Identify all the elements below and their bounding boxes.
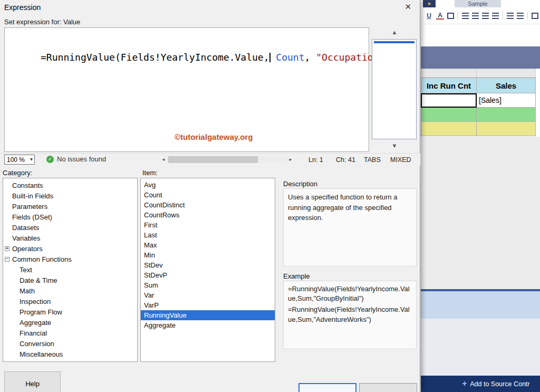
item-list-entry[interactable]: First [141, 220, 275, 230]
tab-sample[interactable]: Sample [455, 0, 501, 7]
item-list-entry[interactable]: Max [141, 240, 275, 250]
scroll-up-icon[interactable]: ▲ [371, 29, 418, 35]
mixed-indicator: MIXED [390, 156, 411, 164]
category-tree-item[interactable]: Parameters [3, 201, 137, 212]
scroll-down-icon[interactable]: ▼ [371, 142, 418, 149]
tree-expander-icon[interactable] [5, 257, 9, 262]
category-tree-item[interactable]: Constants [3, 180, 137, 190]
align-justify-icon[interactable] [492, 13, 499, 19]
scrollbar-track[interactable] [167, 156, 287, 163]
align-right-icon[interactable] [482, 13, 489, 19]
category-tree-item[interactable]: Datasets [3, 222, 137, 233]
scrollbar-map[interactable] [372, 39, 417, 139]
background-toolbar: U A [421, 7, 540, 24]
category-tree-item[interactable]: Financial [3, 328, 137, 338]
scrollbar-thumb[interactable] [168, 156, 258, 163]
zoom-value: 100 % [7, 156, 25, 164]
caret-position-marker [374, 41, 414, 43]
category-tree-item[interactable]: Miscellaneous [3, 349, 137, 359]
category-item-label: Operators [12, 245, 43, 253]
char-indicator: Ch: 41 [336, 156, 355, 164]
category-item-label: Text [20, 266, 32, 274]
underline-glyph: U [427, 12, 431, 20]
item-list-entry[interactable]: Count [141, 190, 275, 200]
item-list-entry[interactable]: Avg [141, 180, 275, 190]
table-header-cell[interactable]: Sales [477, 78, 536, 93]
expression-editor[interactable]: =RunningValue(Fields!YearlyIncome.Value,… [4, 27, 369, 152]
report-table: Inc Run Cnt Sales [Sales] [421, 78, 537, 136]
item-list-entry[interactable]: CountDistinct [141, 200, 275, 210]
underline-icon[interactable]: U [425, 12, 433, 20]
table-cell[interactable] [421, 122, 477, 136]
category-tree-item[interactable]: Operators [3, 243, 137, 254]
scroll-left-icon[interactable]: ◄ [160, 156, 167, 164]
close-icon[interactable]: ✕ [404, 2, 411, 12]
editor-vertical-scrollbar[interactable]: ▲ ▼ [371, 27, 418, 153]
category-tree-item[interactable]: Common Functions [3, 254, 137, 264]
item-list-entry[interactable]: Min [141, 250, 275, 260]
category-tree-item[interactable]: Fields (DSet) [3, 212, 137, 222]
item-list-entry[interactable]: Var [141, 290, 275, 300]
column-handle[interactable] [477, 69, 536, 78]
table-cell[interactable] [477, 108, 536, 122]
indent-icon[interactable] [532, 13, 538, 19]
category-label: Category: [3, 169, 32, 177]
image-icon[interactable] [447, 13, 454, 19]
item-list-entry[interactable]: StDevP [141, 270, 275, 280]
category-item-label: Aggregate [20, 319, 51, 327]
category-tree-item[interactable]: Text [3, 264, 137, 275]
item-list-entry[interactable]: StDev [141, 260, 275, 270]
category-item-label: Conversion [20, 340, 54, 348]
zoom-select[interactable]: 100 % ▾ [4, 155, 35, 165]
tabs-indicator: TABS [364, 156, 381, 164]
category-item-label: Common Functions [12, 255, 72, 263]
align-left-icon[interactable] [462, 13, 469, 19]
ok-button[interactable]: OK [298, 383, 356, 392]
help-button[interactable]: Help [4, 371, 61, 392]
category-tree[interactable]: Constants Built-in Fields Parameters Fie… [3, 178, 138, 362]
column-handle[interactable] [421, 69, 477, 78]
add-source-control-label[interactable]: Add to Source Contr [470, 380, 529, 388]
item-list-entry[interactable]: VarP [141, 300, 275, 310]
selected-cell[interactable] [421, 93, 477, 108]
editor-horizontal-scrollbar[interactable]: ◄ ► [160, 156, 294, 164]
tree-expander-icon[interactable] [5, 246, 9, 251]
category-tree-item[interactable]: Aggregate [3, 317, 137, 328]
category-item-label: Miscellaneous [20, 350, 63, 358]
bullet-list-icon[interactable] [507, 13, 514, 19]
cancel-button[interactable]: Cancel [359, 383, 417, 392]
numbered-list-icon[interactable] [517, 13, 524, 19]
item-list-entry[interactable]: CountRows [141, 210, 275, 220]
toolbar-separator [527, 12, 528, 20]
category-tree-item[interactable]: Conversion [3, 338, 137, 349]
category-tree-item[interactable]: Inspection [3, 296, 137, 307]
category-tree-item[interactable]: Variables [3, 233, 137, 243]
align-center-icon[interactable] [472, 13, 479, 19]
tab-nav-icon[interactable]: ➤ [423, 0, 436, 7]
item-list[interactable]: Avg Count CountDistinct CountRows First … [140, 178, 275, 362]
table-cell[interactable] [421, 108, 477, 122]
scroll-right-icon[interactable]: ► [287, 156, 294, 164]
category-item-label: Financial [20, 329, 47, 337]
category-tree-item[interactable]: Program Flow [3, 307, 137, 317]
table-cell[interactable] [477, 122, 536, 136]
lower-panel [421, 291, 540, 319]
category-tree-item[interactable]: Math [3, 285, 137, 296]
item-list-entry[interactable]: Last [141, 230, 275, 240]
category-tree-item[interactable]: Built-in Fields [3, 190, 137, 201]
sales-cell[interactable]: [Sales] [477, 93, 536, 108]
item-list-entry[interactable]: RunningValue [141, 310, 275, 320]
expression-code-line[interactable]: =RunningValue(Fields!YearlyIncome.Value,… [5, 28, 369, 63]
issues-label: No issues found [57, 155, 106, 163]
description-text: Uses a specified function to return a ru… [283, 188, 417, 266]
item-list-entry[interactable]: Aggregate [141, 320, 275, 330]
code-segment [271, 52, 276, 63]
category-item-label: Math [20, 287, 35, 295]
item-label: Item: [142, 169, 158, 177]
designer-workspace [421, 137, 540, 289]
category-tree-item[interactable]: Date & Time [3, 275, 137, 285]
font-color-icon[interactable]: A [436, 12, 444, 20]
line-indicator: Ln: 1 [308, 156, 323, 164]
table-header-cell[interactable]: Inc Run Cnt [421, 78, 477, 93]
item-list-entry[interactable]: Sum [141, 280, 275, 290]
